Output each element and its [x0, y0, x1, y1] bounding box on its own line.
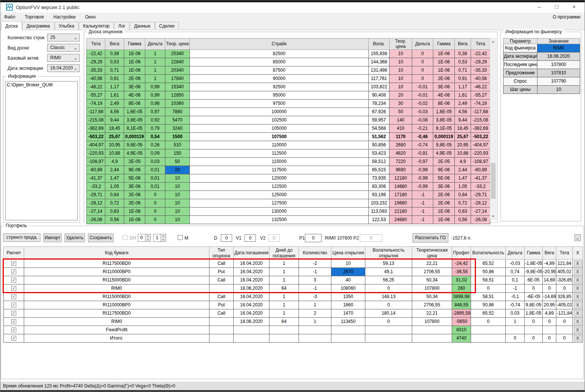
- board-cell[interactable]: 3,8E-05: [433, 116, 455, 124]
- portfolio-cell[interactable]: 8310: [452, 326, 471, 334]
- board-cell[interactable]: 132500: [190, 215, 369, 224]
- portfolio-cell[interactable]: 50,34: [412, 276, 452, 284]
- board-cell[interactable]: 2E-06: [124, 199, 145, 207]
- board-cell[interactable]: 1: [145, 66, 165, 74]
- portfolio-cell[interactable]: 9,8E-05: [525, 301, 543, 309]
- row-checkbox-checked[interactable]: ✓: [11, 311, 16, 316]
- board-cell[interactable]: -0,01: [412, 83, 433, 91]
- futures-value[interactable]: RIM0: [537, 44, 580, 52]
- portfolio-cell[interactable]: 113450: [331, 318, 365, 326]
- v1-field[interactable]: 0: [245, 234, 256, 242]
- portfolio-cell[interactable]: [209, 334, 234, 343]
- board-cell[interactable]: 5470: [165, 116, 190, 124]
- rows-count-select[interactable]: 25 ⌄: [47, 34, 80, 42]
- board-cell[interactable]: 0,53: [105, 58, 124, 66]
- portfolio-cell[interactable]: [471, 326, 506, 334]
- portfolio-cell[interactable]: 121,84: [556, 260, 573, 268]
- board-cell[interactable]: 410: [389, 124, 412, 132]
- row-checkbox-checked[interactable]: ✓: [11, 336, 16, 341]
- board-cell[interactable]: 0,98: [145, 99, 165, 108]
- board-cell[interactable]: 0,63: [455, 207, 471, 215]
- portfolio-cell[interactable]: -3: [299, 293, 331, 301]
- portfolio-cell[interactable]: -405,02: [556, 301, 573, 309]
- tab-diagram[interactable]: Диаграмма: [22, 22, 54, 30]
- board-cell[interactable]: 0,01: [145, 166, 165, 174]
- board-cell[interactable]: -0,74: [412, 141, 433, 149]
- board-cell[interactable]: 2E-06: [433, 191, 455, 199]
- board-cell[interactable]: -0,21: [412, 124, 433, 132]
- portfolio-cell[interactable]: 22,21: [412, 260, 452, 268]
- portfolio-cell[interactable]: 107800: [412, 284, 452, 293]
- remove-row-button[interactable]: X: [574, 294, 582, 300]
- portfolio-cell[interactable]: -2895,58: [452, 309, 471, 318]
- spin-down-icon[interactable]: ▼: [160, 238, 166, 242]
- futures-value[interactable]: 10: [537, 86, 580, 94]
- portfolio-cell[interactable]: FixedProfit: [24, 326, 209, 334]
- portfolio-cell[interactable]: 18.06.2020: [234, 284, 269, 293]
- board-cell[interactable]: 50: [165, 157, 190, 166]
- board-cell[interactable]: -26,08: [87, 215, 105, 224]
- portfolio-cell[interactable]: 0: [525, 318, 543, 326]
- portfolio-cell[interactable]: 1: [299, 318, 331, 326]
- portfolio-cell[interactable]: RI115000BD0: [24, 293, 209, 301]
- board-cell[interactable]: 54,568: [369, 124, 389, 132]
- portfolio-cell[interactable]: [269, 334, 299, 343]
- portfolio-cell[interactable]: 6E-05: [525, 276, 543, 284]
- board-cell[interactable]: 83,306: [369, 182, 389, 191]
- board-cell[interactable]: 4,9: [105, 157, 124, 166]
- board-cell[interactable]: -60,89: [471, 166, 490, 174]
- portfolio-cell[interactable]: 16.04.2020: [234, 301, 269, 309]
- board-cell[interactable]: 3E-06: [433, 83, 455, 91]
- board-cell[interactable]: 4E-06: [433, 91, 455, 99]
- remove-row-button[interactable]: X: [574, 260, 582, 267]
- futures-param[interactable]: Шаг цены: [503, 86, 537, 94]
- board-cell[interactable]: 0,54: [145, 132, 165, 141]
- portfolio-cell[interactable]: 65,52: [471, 260, 506, 268]
- calculate-margin-button[interactable]: Рассчитать ГО: [413, 233, 448, 243]
- board-cell[interactable]: 85000: [190, 58, 369, 66]
- tab-data[interactable]: Данные: [130, 22, 154, 30]
- board-cell[interactable]: 10: [165, 207, 190, 215]
- portfolio-cell[interactable]: [209, 318, 234, 326]
- board-cell[interactable]: 0,84: [105, 191, 124, 199]
- board-cell[interactable]: 100000: [190, 108, 369, 116]
- portfolio-cell[interactable]: [209, 284, 234, 293]
- board-cell[interactable]: 2,49: [455, 99, 471, 108]
- portfolio-cell[interactable]: 59,13: [365, 260, 412, 268]
- portfolio-cell[interactable]: -1: [299, 268, 331, 276]
- board-cell[interactable]: 10: [165, 174, 190, 182]
- dh-spinner-2[interactable]: 1 ▲ ▼: [153, 234, 166, 242]
- board-cell[interactable]: 9,44: [105, 116, 124, 124]
- portfolio-cell[interactable]: 50,86: [471, 268, 506, 276]
- portfolio-cell[interactable]: 14,69: [543, 276, 556, 284]
- portfolio-cell[interactable]: 846,55: [452, 301, 471, 309]
- info-list-item[interactable]: C:\Open_Broker_QUIK: [7, 82, 76, 88]
- strategy-select[interactable]: стренгл прода ⌄: [3, 234, 40, 242]
- delete-button[interactable]: Удалить: [65, 234, 85, 242]
- board-cell[interactable]: 117,761: [369, 74, 389, 83]
- expiry-date-select[interactable]: 16.04.2020 ⌄: [47, 64, 80, 72]
- board-cell[interactable]: -0,99: [412, 182, 433, 191]
- board-cell[interactable]: 125000: [190, 191, 369, 199]
- row-checkbox-checked[interactable]: ✓: [11, 294, 16, 299]
- board-cell[interactable]: 50,856: [369, 141, 389, 149]
- scroll-up-icon[interactable]: ▲: [490, 38, 496, 45]
- portfolio-cell[interactable]: 2706,55: [412, 301, 452, 309]
- board-cell[interactable]: 9,8E-05: [124, 141, 145, 149]
- board-cell[interactable]: -22,42: [87, 49, 105, 58]
- portfolio-cell[interactable]: 0: [556, 334, 573, 343]
- portfolio-cell[interactable]: 31,02: [452, 276, 471, 284]
- board-cell[interactable]: -0,91: [412, 149, 433, 157]
- portfolio-cell[interactable]: 0: [556, 284, 573, 293]
- board-view-select[interactable]: Classic ⌄: [47, 44, 80, 52]
- portfolio-cell[interactable]: 0: [556, 318, 573, 326]
- board-cell[interactable]: 2E-05: [124, 157, 145, 166]
- minimize-button[interactable]: –: [531, 2, 548, 12]
- board-cell[interactable]: -0,03: [412, 108, 433, 116]
- board-cell[interactable]: 53,423: [369, 149, 389, 157]
- portfolio-cell[interactable]: -2: [299, 260, 331, 268]
- portfolio-cell[interactable]: 2: [299, 309, 331, 318]
- futures-param[interactable]: Предложение: [503, 69, 537, 77]
- portfolio-cell[interactable]: 3: [299, 276, 331, 284]
- portfolio-cell[interactable]: 1: [269, 260, 299, 268]
